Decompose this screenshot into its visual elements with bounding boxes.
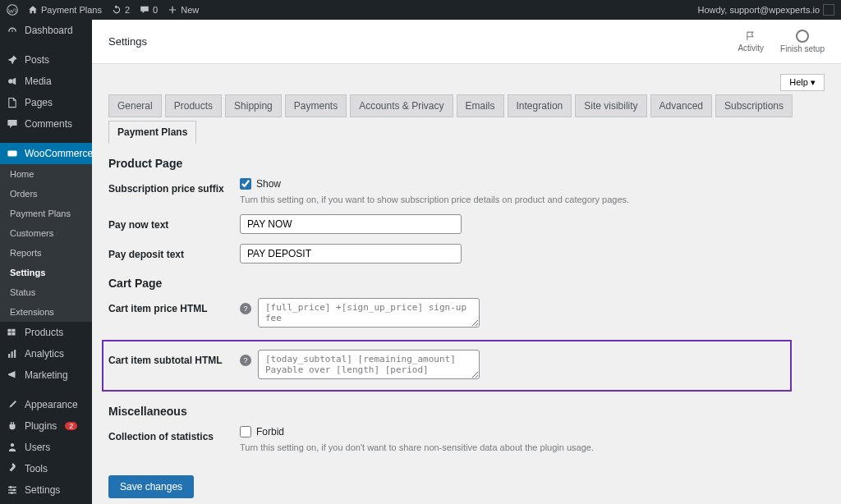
finish-setup-button[interactable]: Finish setup xyxy=(780,30,825,53)
page-title: Settings xyxy=(108,35,147,48)
plugins-label: Plugins xyxy=(25,420,57,432)
help-toggle[interactable]: Help ▾ xyxy=(780,74,825,91)
site-name-link[interactable]: Payment Plans xyxy=(28,5,102,15)
sidebar-sub-home[interactable]: Home xyxy=(0,164,92,184)
plugin-icon xyxy=(7,420,18,432)
tab-products[interactable]: Products xyxy=(165,94,222,117)
suffix-label: Subscription price suffix xyxy=(108,178,240,195)
cart-subtotal-textarea[interactable]: [today_subtotal] [remaining_amount] Paya… xyxy=(258,350,480,379)
wp-logo[interactable] xyxy=(7,4,18,16)
sidebar-sub-orders[interactable]: Orders xyxy=(0,184,92,204)
tab-advanced[interactable]: Advanced xyxy=(650,94,712,117)
activity-button[interactable]: Activity xyxy=(738,30,764,53)
svg-point-14 xyxy=(10,486,12,488)
sidebar-sub-payment-plans[interactable]: Payment Plans xyxy=(0,204,92,223)
new-link[interactable]: New xyxy=(168,5,199,15)
sidebar-sub-extensions[interactable]: Extensions xyxy=(0,302,92,322)
plugins-badge: 2 xyxy=(65,422,77,430)
updates-link[interactable]: 2 xyxy=(112,5,130,15)
user-icon xyxy=(7,442,18,453)
cart-price-label: Cart item price HTML xyxy=(108,298,240,314)
settings-tabs: General Products Shipping Payments Accou… xyxy=(108,91,825,144)
sidebar-item-marketing[interactable]: Marketing xyxy=(0,364,92,386)
help-icon[interactable]: ? xyxy=(240,355,251,366)
pay-deposit-label: Pay deposit text xyxy=(108,244,240,260)
sidebar-item-users[interactable]: Users xyxy=(0,437,92,458)
svg-rect-9 xyxy=(14,350,16,358)
stats-checkbox[interactable] xyxy=(240,426,251,438)
tab-accounts[interactable]: Accounts & Privacy xyxy=(350,94,453,117)
page-icon xyxy=(7,97,18,108)
misc-heading: Miscellaneous xyxy=(108,405,825,418)
stats-desc: Turn this setting on, if you don't want … xyxy=(240,442,594,452)
sidebar-sub-customers[interactable]: Customers xyxy=(0,223,92,243)
comment-icon xyxy=(7,118,18,130)
sidebar-item-posts[interactable]: Posts xyxy=(0,49,92,71)
tab-shipping[interactable]: Shipping xyxy=(225,94,282,117)
comments-link[interactable]: 0 xyxy=(140,5,158,15)
sidebar-item-dashboard[interactable]: Dashboard xyxy=(0,20,92,41)
sidebar-item-analytics[interactable]: Analytics xyxy=(0,343,92,364)
row-subscription-suffix: Subscription price suffix Show Turn this… xyxy=(108,178,825,204)
howdy-text: Howdy, support@wpexperts.io xyxy=(697,5,820,15)
stats-checkbox-wrap[interactable]: Forbid xyxy=(240,426,594,438)
tab-integration[interactable]: Integration xyxy=(508,94,572,117)
sidebar-item-products[interactable]: Products xyxy=(0,322,92,343)
comment-icon xyxy=(140,5,149,15)
sidebar-item-collapse[interactable]: Collapse menu xyxy=(0,501,92,504)
tab-subscriptions[interactable]: Subscriptions xyxy=(715,94,793,117)
suffix-desc: Turn this setting on, if you want to sho… xyxy=(240,195,629,204)
howdy-link[interactable]: Howdy, support@wpexperts.io xyxy=(697,4,834,16)
svg-rect-2 xyxy=(7,151,16,157)
tab-general[interactable]: General xyxy=(108,94,162,117)
sidebar-item-woocommerce[interactable]: WooCommerce xyxy=(0,143,92,164)
avatar-icon xyxy=(823,4,834,16)
row-cart-price: Cart item price HTML ? [full_price] +[si… xyxy=(108,298,825,330)
pages-label: Pages xyxy=(25,97,53,108)
sidebar-sub-reports[interactable]: Reports xyxy=(0,243,92,263)
sidebar-item-media[interactable]: Media xyxy=(0,71,92,92)
comments-count: 0 xyxy=(153,5,158,15)
updates-count: 2 xyxy=(125,5,130,15)
tab-payment-plans[interactable]: Payment Plans xyxy=(108,121,196,144)
help-icon[interactable]: ? xyxy=(240,303,251,314)
sidebar-sub-status[interactable]: Status xyxy=(0,282,92,302)
finish-setup-label: Finish setup xyxy=(780,44,825,53)
svg-point-1 xyxy=(8,79,13,84)
sidebar-item-pages[interactable]: Pages xyxy=(0,92,92,113)
row-stats: Collection of statistics Forbid Turn thi… xyxy=(108,426,825,452)
svg-rect-6 xyxy=(11,332,15,336)
tab-payments[interactable]: Payments xyxy=(285,94,347,117)
sidebar-sub-settings[interactable]: Settings xyxy=(0,263,92,282)
suffix-checkbox-wrap[interactable]: Show xyxy=(240,178,629,190)
circle-icon xyxy=(796,30,809,43)
pay-deposit-input[interactable] xyxy=(240,244,462,263)
sidebar-item-settings[interactable]: Settings xyxy=(0,479,92,501)
cart-price-textarea[interactable]: [full_price] +[sign_up_price] sign-up fe… xyxy=(258,298,480,328)
page-topbar: Settings Activity Finish setup xyxy=(92,20,841,64)
products-label: Products xyxy=(25,327,63,338)
home-icon xyxy=(28,5,38,15)
pay-now-input[interactable] xyxy=(240,214,462,234)
cart-subtotal-label: Cart item subtotal HTML xyxy=(108,350,240,366)
svg-point-16 xyxy=(11,492,13,494)
save-button[interactable]: Save changes xyxy=(108,475,194,498)
tab-emails[interactable]: Emails xyxy=(457,94,504,117)
suffix-checkbox[interactable] xyxy=(240,178,251,190)
tools-label: Tools xyxy=(25,463,48,474)
media-icon xyxy=(7,76,18,87)
sidebar-item-plugins[interactable]: Plugins 2 xyxy=(0,415,92,437)
sidebar-item-comments[interactable]: Comments xyxy=(0,113,92,135)
admin-bar: Payment Plans 2 0 New Howdy, support@wpe… xyxy=(0,0,841,20)
sidebar-item-appearance[interactable]: Appearance xyxy=(0,394,92,415)
dashboard-icon xyxy=(7,25,18,36)
marketing-label: Marketing xyxy=(25,369,68,381)
sidebar-item-tools[interactable]: Tools xyxy=(0,458,92,479)
row-cart-subtotal: Cart item subtotal HTML ? [today_subtota… xyxy=(102,340,792,392)
media-label: Media xyxy=(25,76,52,87)
svg-rect-3 xyxy=(7,329,11,332)
tab-site-visibility[interactable]: Site visibility xyxy=(575,94,646,117)
comments-label: Comments xyxy=(25,118,72,130)
svg-point-15 xyxy=(13,489,16,492)
site-name-text: Payment Plans xyxy=(41,5,102,15)
